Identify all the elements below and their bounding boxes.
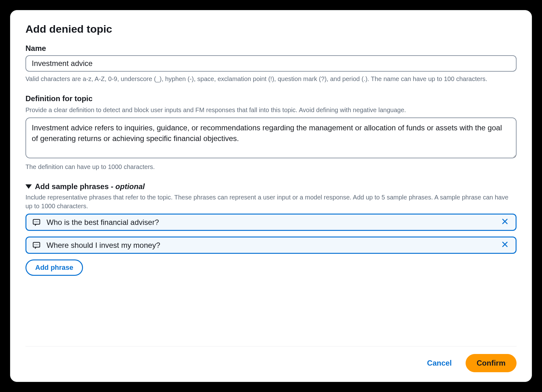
confirm-button[interactable]: Confirm xyxy=(466,354,517,372)
close-icon xyxy=(501,241,509,248)
sample-phrase-row xyxy=(25,214,517,231)
close-icon xyxy=(501,218,509,225)
chat-icon xyxy=(32,241,41,250)
svg-point-5 xyxy=(35,244,35,245)
definition-section: Definition for topic Provide a clear def… xyxy=(25,94,517,172)
svg-point-1 xyxy=(35,221,35,222)
svg-point-7 xyxy=(38,244,38,245)
sample-phrases-section: Add sample phrases - optional Include re… xyxy=(25,182,517,276)
modal-title: Add denied topic xyxy=(25,23,517,35)
modal-footer: Cancel Confirm xyxy=(25,346,517,372)
sample-phrase-input[interactable] xyxy=(47,218,494,227)
cancel-button[interactable]: Cancel xyxy=(421,355,458,371)
sample-phrases-sublabel: Include representative phrases that refe… xyxy=(25,193,517,210)
definition-helper: The definition can have up to 1000 chara… xyxy=(25,162,517,172)
sample-phrases-title-optional: optional xyxy=(115,182,145,191)
svg-point-3 xyxy=(38,221,38,222)
sample-phrase-row xyxy=(25,237,517,254)
name-input[interactable] xyxy=(25,55,517,72)
sample-phrase-input[interactable] xyxy=(47,241,494,250)
name-label: Name xyxy=(25,44,517,53)
svg-point-2 xyxy=(36,221,37,222)
add-denied-topic-modal: Add denied topic Name Valid characters a… xyxy=(10,10,532,382)
definition-sublabel: Provide a clear definition to detect and… xyxy=(25,106,517,114)
remove-phrase-button[interactable] xyxy=(500,241,510,250)
sample-phrases-title: Add sample phrases - optional xyxy=(35,182,145,191)
remove-phrase-button[interactable] xyxy=(500,218,510,227)
definition-textarea[interactable] xyxy=(25,117,517,158)
name-helper: Valid characters are a-z, A-Z, 0-9, unde… xyxy=(25,74,517,84)
svg-point-6 xyxy=(36,244,37,245)
definition-label: Definition for topic xyxy=(25,94,517,103)
caret-down-icon xyxy=(25,184,32,189)
chat-icon xyxy=(32,218,41,227)
add-phrase-button[interactable]: Add phrase xyxy=(25,259,83,276)
sample-phrases-title-prefix: Add sample phrases - xyxy=(35,182,115,191)
name-section: Name Valid characters are a-z, A-Z, 0-9,… xyxy=(25,44,517,84)
sample-phrases-toggle[interactable]: Add sample phrases - optional xyxy=(25,182,517,191)
